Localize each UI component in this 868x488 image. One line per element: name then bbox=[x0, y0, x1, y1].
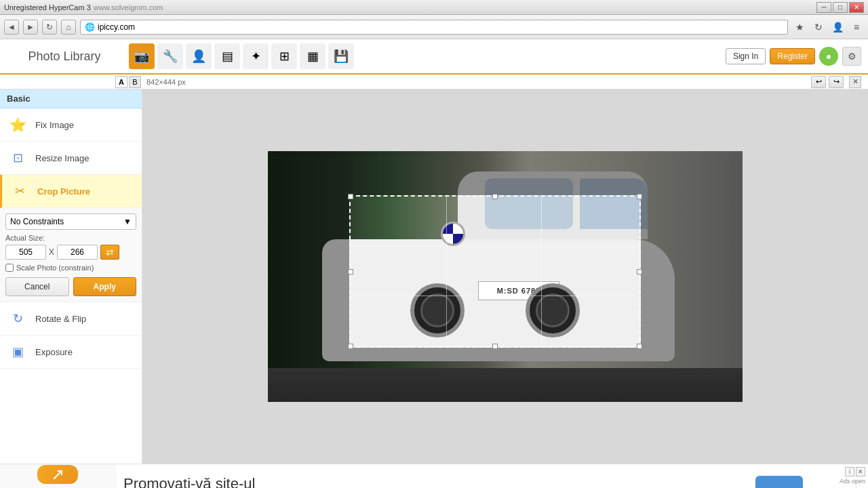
sidebar-item-crop-picture[interactable]: ✂ Crop Picture bbox=[0, 175, 142, 208]
social-share-icon: ↗ bbox=[37, 465, 78, 484]
scale-photo-label: Scale Photo (constrain) bbox=[16, 264, 94, 272]
notification-button[interactable]: ● bbox=[819, 47, 838, 66]
ad-options: i ✕ Ads open new win... bbox=[814, 464, 868, 488]
photo-library-title: Photo Library bbox=[7, 49, 122, 64]
app-header: Photo Library 📷 🔧 👤 ▤ ✦ ⊞ ▦ 💾 Sign In Re… bbox=[0, 39, 868, 75]
apply-button[interactable]: Apply bbox=[73, 277, 137, 296]
titlebar: Unregistered HyperCam 3 www.solveigmm.co… bbox=[0, 0, 868, 15]
fix-image-icon: ⭐ bbox=[7, 114, 28, 136]
ad-close-buttons: i ✕ bbox=[845, 467, 865, 476]
car-image: M:SD 6787 bbox=[268, 151, 743, 402]
nav-pattern-icon[interactable]: ▦ bbox=[300, 43, 326, 69]
sidebar-item-fix-image[interactable]: ⭐ Fix Image bbox=[0, 108, 142, 142]
nav-save-icon[interactable]: 💾 bbox=[328, 43, 354, 69]
menu-icon[interactable]: ≡ bbox=[849, 20, 864, 35]
crop-hline1 bbox=[351, 246, 639, 247]
ad-banner: ↗ f Share 48k 🐦 Follow g+1 Promovați-vă … bbox=[0, 464, 868, 488]
crop-controls-panel: No Constraints ▼ Actual Size: X ⇄ Scale … bbox=[0, 208, 142, 302]
a-button[interactable]: A bbox=[115, 76, 127, 88]
resize-image-label: Resize Image bbox=[35, 153, 89, 163]
sidebar-item-resize-image[interactable]: ⊡ Resize Image bbox=[0, 142, 142, 175]
rotate-flip-label: Rotate & Flip bbox=[35, 314, 86, 324]
bookmark-button[interactable]: ★ bbox=[792, 20, 807, 35]
crop-hline2 bbox=[351, 296, 639, 296]
home-button[interactable]: ⌂ bbox=[61, 20, 76, 35]
pixel-info: 842×444 px bbox=[146, 78, 186, 86]
fix-image-label: Fix Image bbox=[35, 120, 74, 130]
constraint-label: No Constraints bbox=[10, 217, 64, 226]
redo-button[interactable]: ↪ bbox=[829, 76, 844, 88]
signin-button[interactable]: Sign In bbox=[726, 48, 766, 64]
titlebar-left: Unregistered HyperCam 3 www.solveigmm.co… bbox=[4, 3, 163, 12]
settings-button[interactable]: ⚙ bbox=[842, 47, 861, 66]
crop-swap-button[interactable]: ⇄ bbox=[100, 245, 119, 260]
reload-button[interactable]: ↻ bbox=[42, 20, 57, 35]
register-button[interactable]: Register bbox=[770, 48, 815, 64]
sidebar-item-rotate-flip[interactable]: ↻ Rotate & Flip bbox=[0, 302, 142, 336]
crop-handle-br[interactable] bbox=[637, 344, 642, 349]
crop-width-input[interactable] bbox=[5, 245, 46, 260]
titlebar-subtitle: www.solveigmm.com bbox=[94, 3, 163, 12]
minimize-button[interactable]: ─ bbox=[816, 2, 831, 13]
sidebar: Basic ⭐ Fix Image ⊡ Resize Image ✂ Crop … bbox=[0, 89, 142, 464]
crop-handle-ml[interactable] bbox=[348, 269, 353, 274]
browser-toolbar: ◄ ► ↻ ⌂ 🌐 ipiccy.com ★ ↻ 👤 ≡ bbox=[0, 15, 868, 39]
ad-close-btn[interactable]: ✕ bbox=[856, 467, 865, 476]
cancel-button[interactable]: Cancel bbox=[5, 277, 69, 296]
crop-vline1 bbox=[446, 197, 447, 346]
ad-title: Promovați-vă site-ul bbox=[123, 475, 736, 488]
refresh-icon[interactable]: ↻ bbox=[811, 20, 826, 35]
crop-handle-bl[interactable] bbox=[348, 344, 353, 349]
canvas-area: M:SD 6787 bbox=[142, 89, 868, 464]
titlebar-controls: ─ □ ✕ bbox=[816, 2, 864, 13]
b-button[interactable]: B bbox=[129, 76, 141, 88]
rotate-flip-icon: ↻ bbox=[7, 308, 28, 329]
back-button[interactable]: ◄ bbox=[4, 20, 19, 35]
crop-picture-icon: ✂ bbox=[9, 180, 31, 202]
scale-photo-checkbox[interactable] bbox=[5, 264, 14, 272]
ab-buttons: A B bbox=[115, 76, 141, 88]
crop-handle-tm[interactable] bbox=[492, 194, 498, 199]
app-nav-icons: 📷 🔧 👤 ▤ ✦ ⊞ ▦ 💾 bbox=[129, 43, 719, 69]
ad-content-section: Promovați-vă site-ul g google.ro/adwords… bbox=[115, 464, 745, 488]
crop-action-buttons: Cancel Apply bbox=[5, 277, 136, 296]
main-area: Basic ⭐ Fix Image ⊡ Resize Image ✂ Crop … bbox=[0, 89, 868, 464]
nav-person-icon[interactable]: 👤 bbox=[186, 43, 212, 69]
header-right: Sign In Register ● ⚙ bbox=[726, 47, 861, 66]
forward-button[interactable]: ► bbox=[23, 20, 38, 35]
crop-size-row: X ⇄ bbox=[5, 245, 136, 260]
crop-handle-tr[interactable] bbox=[637, 194, 642, 199]
exposure-icon: ▣ bbox=[7, 341, 28, 363]
constraint-dropdown[interactable]: No Constraints ▼ bbox=[5, 214, 136, 230]
crop-overlay[interactable] bbox=[349, 195, 641, 348]
address-bar[interactable]: 🌐 ipiccy.com bbox=[80, 20, 788, 35]
close-button[interactable]: ✕ bbox=[849, 2, 864, 13]
scale-photo-row: Scale Photo (constrain) bbox=[5, 264, 136, 272]
ad-cta-button[interactable]: ❯ bbox=[755, 476, 803, 488]
nav-frame-icon[interactable]: ⊞ bbox=[271, 43, 297, 69]
nav-tools-icon[interactable]: 🔧 bbox=[157, 43, 183, 69]
crop-handle-tl[interactable] bbox=[348, 194, 353, 199]
sidebar-item-exposure[interactable]: ▣ Exposure bbox=[0, 336, 142, 369]
address-text: ipiccy.com bbox=[98, 22, 135, 32]
user-icon[interactable]: 👤 bbox=[830, 20, 845, 35]
crop-handle-mr[interactable] bbox=[637, 269, 642, 274]
titlebar-title: Unregistered HyperCam 3 bbox=[4, 3, 91, 12]
maximize-button[interactable]: □ bbox=[833, 2, 848, 13]
nav-layers-icon[interactable]: ▤ bbox=[214, 43, 240, 69]
ad-info-btn[interactable]: i bbox=[845, 467, 854, 476]
pixel-info-row: A B 842×444 px ↩ ↪ ✕ bbox=[0, 75, 868, 89]
ad-social-section: ↗ f Share 48k 🐦 Follow g+1 bbox=[0, 464, 115, 488]
exposure-label: Exposure bbox=[35, 347, 73, 357]
dropdown-arrow: ▼ bbox=[123, 217, 132, 226]
nav-camera-icon[interactable]: 📷 bbox=[129, 43, 155, 69]
undo-button[interactable]: ↩ bbox=[811, 76, 826, 88]
crop-picture-label: Crop Picture bbox=[37, 186, 90, 197]
crop-height-input[interactable] bbox=[57, 245, 98, 260]
canvas-wrapper: M:SD 6787 bbox=[268, 151, 743, 402]
crop-handle-bm[interactable] bbox=[492, 344, 498, 349]
actual-size-label: Actual Size: bbox=[5, 234, 136, 242]
nav-effects-icon[interactable]: ✦ bbox=[243, 43, 269, 69]
ad-note: Ads open new win... bbox=[838, 478, 865, 488]
close-editor-button[interactable]: ✕ bbox=[849, 76, 861, 88]
